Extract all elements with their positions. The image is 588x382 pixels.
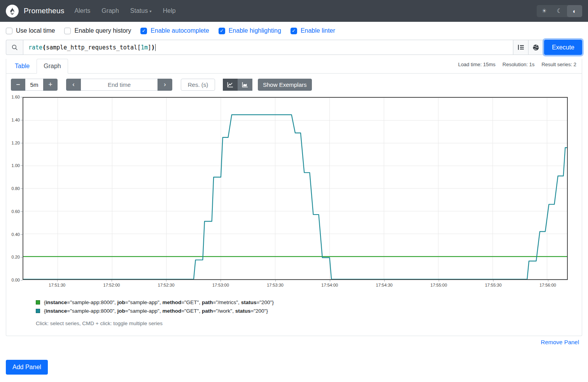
navbar: Prometheus Alerts Graph Status▾ Help ☀ ☾… xyxy=(0,0,588,22)
x-tick-label: 17:51:30 xyxy=(49,283,65,287)
x-tick-mark xyxy=(493,280,494,282)
legend-item[interactable]: {instance="sample-app:8000", job="sample… xyxy=(36,308,577,314)
show-exemplars-button[interactable]: Show Exemplars xyxy=(258,79,312,91)
chart-plot[interactable] xyxy=(23,97,568,280)
query-token: sample_http_requests_total xyxy=(46,44,137,51)
text-cursor xyxy=(155,44,156,51)
x-tick-label: 17:52:30 xyxy=(158,283,175,287)
y-tick-label: 1.20 xyxy=(12,141,20,145)
query-input[interactable]: rate(sample_http_requests_total[1m]) xyxy=(23,40,513,55)
time-forward-button[interactable]: › xyxy=(158,79,172,91)
x-tick-mark xyxy=(112,280,112,282)
y-tick-label: 1.00 xyxy=(12,163,20,168)
metrics-explorer-button[interactable] xyxy=(513,40,528,55)
x-tick-label: 17:56:00 xyxy=(539,283,556,287)
checkbox[interactable] xyxy=(6,28,12,34)
range-stepper: − + xyxy=(11,79,58,91)
x-tick-mark xyxy=(548,280,548,282)
panel-footer: Remove Panel xyxy=(0,339,579,346)
nav-item-alerts[interactable]: Alerts xyxy=(74,7,90,14)
stacked-chart-icon xyxy=(242,82,248,88)
nav-item-help[interactable]: Help xyxy=(163,7,176,14)
theme-toggle-group: ☀ ☾ ◐ xyxy=(537,5,582,17)
x-tick-label: 17:54:00 xyxy=(321,283,338,287)
x-tick-mark xyxy=(439,280,439,282)
option-enable-highlighting[interactable]: ✓Enable highlighting xyxy=(219,27,281,34)
option-enable-query-history[interactable]: Enable query history xyxy=(64,27,131,34)
x-tick-label: 17:52:00 xyxy=(103,283,120,287)
legend-swatch xyxy=(36,309,40,313)
theme-auto-button[interactable]: ◐ xyxy=(567,5,582,17)
x-tick-label: 17:53:30 xyxy=(267,283,284,287)
checkbox[interactable]: ✓ xyxy=(140,28,147,34)
x-tick-mark xyxy=(384,280,385,282)
search-icon xyxy=(12,44,18,51)
y-tick-label: 0.80 xyxy=(12,186,20,191)
query-row: rate(sample_http_requests_total[1m]) Exe… xyxy=(6,40,582,55)
add-panel-button[interactable]: Add Panel xyxy=(6,360,48,375)
x-tick-mark xyxy=(275,280,276,282)
checkbox[interactable] xyxy=(64,28,71,34)
option-enable-autocomplete[interactable]: ✓Enable autocomplete xyxy=(140,27,209,34)
legend-label: {instance="sample-app:8000", job="sample… xyxy=(44,308,268,314)
query-token: ] xyxy=(148,44,151,51)
x-tick-mark xyxy=(166,280,166,282)
plus-icon: + xyxy=(48,81,52,89)
tab-graph[interactable]: Graph xyxy=(37,59,68,74)
remove-panel-link[interactable]: Remove Panel xyxy=(541,339,579,345)
y-tick-label: 0.40 xyxy=(12,232,20,237)
theme-dark-button[interactable]: ☾ xyxy=(552,5,567,17)
checkbox[interactable]: ✓ xyxy=(219,28,225,34)
y-tick-label: 0.60 xyxy=(12,209,20,214)
globe-icon xyxy=(532,44,539,51)
prometheus-logo-icon xyxy=(6,5,19,18)
time-back-button[interactable]: ‹ xyxy=(66,79,81,91)
range-decrease-button[interactable]: − xyxy=(11,79,25,91)
resolution-input[interactable] xyxy=(181,79,215,91)
end-time-input[interactable] xyxy=(81,79,158,91)
legend-item[interactable]: {instance="sample-app:8000", job="sample… xyxy=(36,299,577,305)
x-axis-labels: 17:51:3017:52:0017:52:3017:53:0017:53:30… xyxy=(23,280,568,289)
graph-panel-body: − + ‹ › Show Exemplars xyxy=(6,74,582,336)
option-enable-linter[interactable]: ✓Enable linter xyxy=(290,27,335,34)
query-token: 1m xyxy=(141,44,148,51)
x-tick-mark xyxy=(57,280,58,282)
x-tick-label: 17:54:30 xyxy=(376,283,393,287)
legend-label: {instance="sample-app:8000", job="sample… xyxy=(44,299,274,305)
query-token: [ xyxy=(137,44,141,51)
range-increase-button[interactable]: + xyxy=(43,79,58,91)
chart: 0.000.200.400.600.801.001.201.401.60 xyxy=(11,97,568,280)
execute-button[interactable]: Execute xyxy=(544,40,582,55)
minus-icon: − xyxy=(16,81,20,89)
chart-type-toggle xyxy=(223,79,252,91)
checkbox[interactable]: ✓ xyxy=(290,28,297,34)
y-tick-label: 1.40 xyxy=(12,118,20,122)
option-label: Use local time xyxy=(16,27,55,34)
legend-swatch xyxy=(36,300,40,305)
x-tick-mark xyxy=(220,280,221,282)
chevron-right-icon: › xyxy=(164,81,166,88)
nav-links: Alerts Graph Status▾ Help xyxy=(74,7,175,14)
option-label: Enable linter xyxy=(301,27,335,34)
x-tick-label: 17:55:30 xyxy=(485,283,502,287)
range-input[interactable] xyxy=(25,79,43,91)
nav-item-graph[interactable]: Graph xyxy=(102,7,119,14)
moon-icon: ☾ xyxy=(557,7,562,14)
chevron-down-icon: ▾ xyxy=(149,9,152,13)
format-expression-button[interactable] xyxy=(528,40,544,55)
stacked-chart-button[interactable] xyxy=(238,79,252,91)
brand[interactable]: Prometheus xyxy=(6,5,64,18)
resolution: Resolution: 1s xyxy=(502,62,534,67)
theme-light-button[interactable]: ☀ xyxy=(537,5,552,17)
query-token: rate xyxy=(28,44,42,51)
option-use-local-time[interactable]: Use local time xyxy=(6,27,55,34)
tab-table[interactable]: Table xyxy=(8,59,37,74)
options-bar: Use local timeEnable query history✓Enabl… xyxy=(0,22,588,39)
nav-item-status[interactable]: Status▾ xyxy=(130,7,152,14)
chart-legend: {instance="sample-app:8000", job="sample… xyxy=(36,299,577,314)
line-chart-button[interactable] xyxy=(223,79,238,91)
y-tick-label: 1.60 xyxy=(12,95,20,99)
y-tick-label: 0.00 xyxy=(12,278,20,282)
option-label: Enable query history xyxy=(74,27,131,34)
query-token: ( xyxy=(42,44,46,51)
